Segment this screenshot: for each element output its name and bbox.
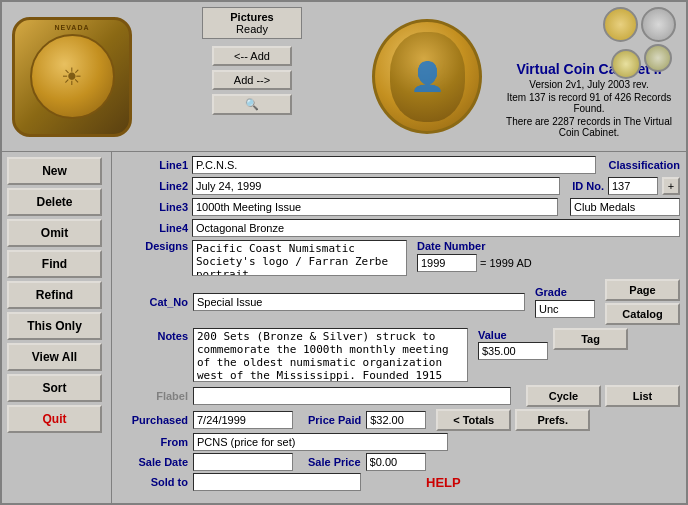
coins-stack — [603, 7, 676, 79]
sort-button[interactable]: Sort — [7, 374, 102, 402]
date-number-input[interactable] — [417, 254, 477, 272]
pictures-status: Ready — [213, 23, 291, 35]
search-button[interactable]: 🔍 — [212, 94, 292, 115]
notes-input[interactable]: 200 Sets (Bronze & Silver) struck to com… — [193, 328, 468, 382]
line2-label: Line2 — [118, 180, 188, 192]
sale-date-label: Sale Date — [118, 456, 188, 468]
omit-button[interactable]: Omit — [7, 219, 102, 247]
cycle-button[interactable]: Cycle — [526, 385, 601, 407]
sidebar: New Delete Omit Find Refind This Only Vi… — [2, 152, 112, 503]
notes-label: Notes — [118, 328, 188, 342]
sale-date-input[interactable] — [193, 453, 293, 471]
grade-label: Grade — [535, 286, 595, 298]
catalog-button[interactable]: Catalog — [605, 303, 680, 325]
app-total-info: There are 2287 records in The Virtual Co… — [497, 116, 681, 138]
new-button[interactable]: New — [7, 157, 102, 185]
value-input[interactable] — [478, 342, 548, 360]
list-button[interactable]: List — [605, 385, 680, 407]
classification-label: Classification — [608, 159, 680, 171]
page-button[interactable]: Page — [605, 279, 680, 301]
value-label: Value — [478, 329, 507, 341]
mini-coin-3 — [611, 49, 641, 79]
sale-price-input[interactable] — [366, 453, 426, 471]
line1-input[interactable] — [192, 156, 596, 174]
mini-coin-2 — [641, 7, 676, 42]
pictures-title: Pictures — [213, 11, 291, 23]
quit-button[interactable]: Quit — [7, 405, 102, 433]
catno-label: Cat_No — [118, 296, 188, 308]
flabel-label: Flabel — [118, 390, 188, 402]
pictures-box: Pictures Ready — [202, 7, 302, 39]
id-plus-button[interactable]: + — [662, 177, 680, 195]
mini-coin-1 — [603, 7, 638, 42]
classification-input[interactable] — [570, 198, 680, 216]
catno-input[interactable] — [193, 293, 525, 311]
sale-price-label: Sale Price — [308, 456, 361, 468]
designs-label: Designs — [118, 240, 188, 252]
tag-button[interactable]: Tag — [553, 328, 628, 350]
purchased-label: Purchased — [118, 414, 188, 426]
designs-input[interactable]: Pacific Coast Numismatic Society's logo … — [192, 240, 407, 276]
line2-input[interactable] — [192, 177, 560, 195]
line3-input[interactable] — [192, 198, 558, 216]
help-button[interactable]: HELP — [426, 475, 461, 490]
line1-label: Line1 — [118, 159, 188, 171]
form-area: Line1 Classification Line2 ID No. + Line… — [112, 152, 686, 503]
refind-button[interactable]: Refind — [7, 281, 102, 309]
id-no-input[interactable] — [608, 177, 658, 195]
id-no-label: ID No. — [572, 180, 604, 192]
flabel-input[interactable] — [193, 387, 511, 405]
right-coin-display: 👤 — [362, 2, 492, 151]
totals-button[interactable]: < Totals — [436, 409, 511, 431]
purchased-input[interactable] — [193, 411, 293, 429]
line3-label: Line3 — [118, 201, 188, 213]
delete-button[interactable]: Delete — [7, 188, 102, 216]
find-button[interactable]: Find — [7, 250, 102, 278]
price-paid-input[interactable] — [366, 411, 426, 429]
date-number-label: Date Number — [417, 240, 532, 252]
sold-to-input[interactable] — [193, 473, 361, 491]
app-version: Version 2v1, July 2003 rev. — [529, 79, 648, 90]
line4-label: Line4 — [118, 222, 188, 234]
sold-to-label: Sold to — [118, 476, 188, 488]
mini-coin-4 — [644, 44, 672, 72]
from-label: From — [118, 436, 188, 448]
left-coin-display: ☀ NEVADA — [2, 2, 142, 151]
app-info-section: Virtual Coin Cabinet II Version 2v1, Jul… — [492, 2, 686, 151]
from-input[interactable] — [193, 433, 448, 451]
line4-input[interactable] — [192, 219, 680, 237]
price-paid-label: Price Paid — [308, 414, 361, 426]
prefs-button[interactable]: Prefs. — [515, 409, 590, 431]
this-only-button[interactable]: This Only — [7, 312, 102, 340]
add-right-button[interactable]: Add --> — [212, 70, 292, 90]
pictures-section: Pictures Ready <-- Add Add --> 🔍 — [142, 2, 362, 151]
grade-input[interactable] — [535, 300, 595, 318]
add-left-button[interactable]: <-- Add — [212, 46, 292, 66]
search-icon: 🔍 — [245, 98, 259, 111]
app-record-info: Item 137 is record 91 of 426 Records Fou… — [497, 92, 681, 114]
ad-label: = 1999 AD — [480, 257, 532, 269]
view-all-button[interactable]: View All — [7, 343, 102, 371]
